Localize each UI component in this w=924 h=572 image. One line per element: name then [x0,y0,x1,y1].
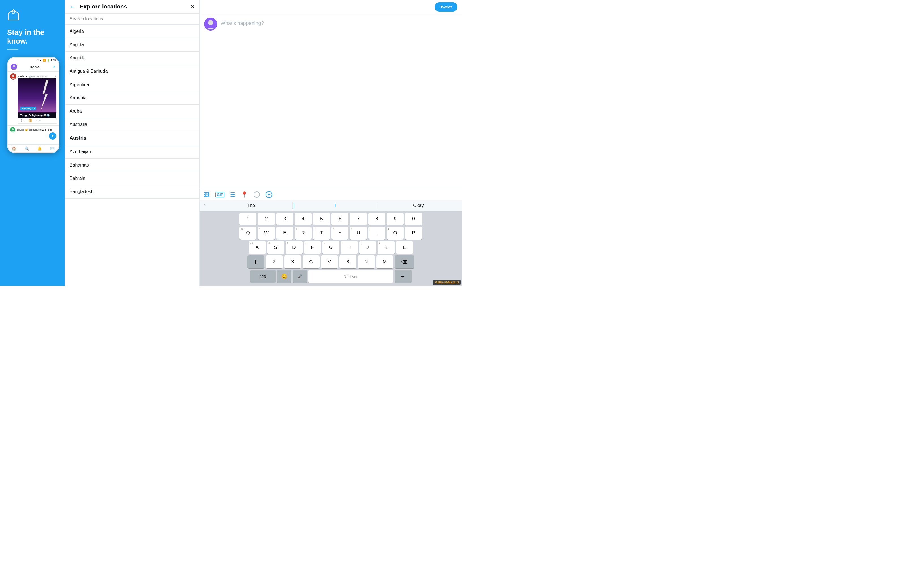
key-i[interactable]: {I [368,227,385,239]
key-3[interactable]: 3 [276,213,293,225]
key-8[interactable]: 8 [368,213,385,225]
close-button[interactable]: ✕ [191,4,195,10]
phone-bell-nav-icon[interactable]: 🔔 [37,146,42,151]
list-item-austria[interactable]: Austria [65,131,199,145]
phone-bottom-nav: 🏠 🔍 🔔 ✉️ [8,145,59,152]
list-item[interactable]: Bahamas [65,159,199,172]
key-6[interactable]: 6 [331,213,348,225]
svg-point-11 [208,20,213,25]
wifi-icon: 📶 [43,59,46,62]
list-item[interactable]: Aruba [65,105,199,118]
svg-point-5 [12,75,14,77]
key-5[interactable]: 5 [313,213,330,225]
list-item[interactable]: Algeria [65,25,199,38]
key-1[interactable]: 1 [239,213,256,225]
return-key[interactable]: ↵ [394,270,412,283]
key-r[interactable]: [R [295,227,312,239]
key-h[interactable]: =H [341,241,358,254]
search-box [65,14,199,25]
phone-tweet-image: Mill Valley, CA Tonight's lightning 🌩️💨 [18,78,56,118]
autocomplete-cursor: I [294,203,375,209]
signal-icon: ▼▲ [37,59,42,62]
watermark: PUREGAMES.IO [433,280,461,284]
key-f[interactable]: *F [304,241,321,254]
key-o[interactable]: }O [387,227,404,239]
key-u[interactable]: >U [350,227,367,239]
key-v[interactable]: V [321,255,338,269]
list-item[interactable]: Anguilla [65,51,199,65]
key-e[interactable]: ~E [276,227,293,239]
explore-header: ← Explore locations ✕ [65,0,199,14]
key-c[interactable]: C [303,255,320,269]
phone-tweet-handle: @kay_tee_oh · 1s [29,75,47,78]
key-4[interactable]: 4 [295,213,312,225]
composer-avatar [204,17,217,31]
list-item[interactable]: Angola [65,38,199,51]
key-y[interactable]: <Y [331,227,348,239]
key-0[interactable]: 0 [405,213,422,225]
list-icon[interactable]: ☰ [230,191,235,198]
search-input[interactable] [70,16,195,22]
svg-rect-6 [18,78,56,118]
key-m[interactable]: M [376,255,393,269]
shift-key[interactable]: ⬆ [247,255,264,269]
key-l[interactable]: L [396,241,413,254]
add-icon[interactable]: + [266,191,272,198]
key-a[interactable]: @A [249,241,266,254]
key-2[interactable]: 2 [258,213,275,225]
tweet-caption: Tonight's lightning 🌩️💨 [20,114,50,117]
reply-action: 💬 1 [20,120,25,122]
qwerty-row: %Q ^W ~E [R ]T <Y >U {I }O P [201,227,461,239]
home-icon [7,8,20,28]
phone-home-nav-icon[interactable]: 🏠 [12,146,16,151]
key-k[interactable]: )K [377,241,394,254]
mic-key[interactable]: 🎤 [293,270,307,283]
key-z[interactable]: Z [266,255,283,269]
key-n[interactable]: N [358,255,375,269]
phone-sparkle-icon: ✦ [52,65,56,69]
svg-point-9 [12,128,14,130]
phone-mail-nav-icon[interactable]: ✉️ [50,146,54,151]
phone-status-bar: ▼▲ 📶 🔋 9:15 [8,58,59,62]
list-item[interactable]: Australia [65,118,199,131]
space-key[interactable]: SwiftKey [308,270,393,283]
key-7[interactable]: 7 [350,213,367,225]
list-item[interactable]: Argentina [65,78,199,92]
key-q[interactable]: %Q [239,227,256,239]
list-item[interactable]: Bangladesh [65,185,199,199]
list-item[interactable]: Antigua & Barbuda [65,65,199,78]
autocomplete-word1[interactable]: The [211,203,291,208]
stay-text: Stay in the know. [7,28,58,46]
fab-compose-button[interactable]: ✦ [49,132,56,140]
phone-search-nav-icon[interactable]: 🔍 [25,146,29,151]
key-t[interactable]: ]T [313,227,330,239]
key-b[interactable]: B [339,255,356,269]
key-x[interactable]: X [284,255,301,269]
numbers-switch-key[interactable]: 123 [250,270,276,283]
autocomplete-bar: ⌃ The I Okay [200,200,462,211]
numbers-row: 1 2 3 4 5 6 7 8 9 0 [201,213,461,225]
tweet-button[interactable]: Tweet [435,2,458,12]
key-p[interactable]: P [405,227,422,239]
key-d[interactable]: &D [286,241,303,254]
whats-happening-placeholder[interactable]: What's happening? [221,20,264,26]
composer-area: What's happening? [200,14,462,189]
key-j[interactable]: (J [359,241,376,254]
image-icon[interactable]: 🖼 [204,191,210,198]
key-g[interactable]: -G [323,241,339,254]
key-s[interactable]: #S [267,241,284,254]
gif-icon[interactable]: GIF [216,192,225,197]
location-icon[interactable]: 📍 [241,191,248,198]
autocomplete-word2[interactable]: Okay [378,203,459,208]
emoji-key[interactable]: 😊 [277,270,291,283]
back-button[interactable]: ← [70,3,75,10]
list-item[interactable]: Bahrain [65,172,199,185]
location-list: Algeria Angola Anguilla Antigua & Barbud… [65,25,199,286]
phone-avatar [11,64,17,70]
right-panel-wrapper: Tweet What's happening? 🖼 GIF ☰ 📍 + [200,0,462,286]
list-item[interactable]: Armenia [65,92,199,105]
list-item[interactable]: Azerbaijan [65,145,199,159]
key-9[interactable]: 9 [387,213,404,225]
delete-key[interactable]: ⌫ [394,255,415,269]
key-w[interactable]: ^W [258,227,275,239]
